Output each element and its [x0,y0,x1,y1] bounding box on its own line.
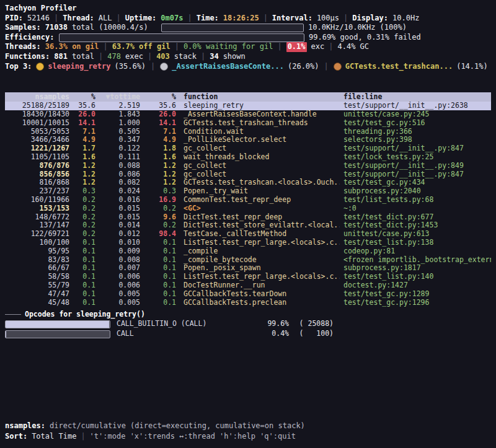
functions-exec: 478 [107,52,121,62]
efficiency-line: Efficiency: 99.69% good, 0.31% failed [5,33,491,43]
threads-waiting: 0.0% waiting for gil [184,42,273,52]
opcode-bar-fill [6,321,109,328]
functions-shown: 34 [210,52,218,62]
divider: | [175,42,179,52]
status-line: PID: 52146 | Thread: ALL | Uptime: 0m07s… [5,14,491,24]
samples-rate: 10.0KHz/10.0KHz (100%) [308,23,407,33]
table-row[interactable]: 1105/1105 1.6 0.111 1.6 wait_threads_blo… [5,153,491,162]
table-row[interactable]: 3466/3466 4.9 0.347 4.9 _PollLikeSelecto… [5,136,491,144]
opcode-body: CALL_BUILTIN_O (CALL) 99.6% ( 25088) CAL… [5,319,491,339]
opcode-count: ( 100) [289,329,334,339]
opcode-bar [5,320,110,328]
uptime-label: Uptime: [125,14,157,24]
samples-group: Samples: 71038 total (10000.4/s) [5,23,157,33]
opcode-pct: 0.4% [259,329,289,339]
divider: | [117,14,121,24]
table-row[interactable]: 83/83 0.1 0.008 0.1 _compile_bytecode <f… [5,256,491,265]
table-row[interactable]: 816/868 1.2 0.082 1.2 GCTests.test_trash… [5,178,491,187]
table-row[interactable]: 148/6772 0.2 0.015 9.6 DictTest.test_rep… [5,213,491,222]
legend-line: nsamples: direct/cumulative (direct=exec… [5,421,491,432]
table-row[interactable]: 153/153 0.2 0.015 0.2 <GC> ~:0 [5,204,491,213]
time-label: Time: [197,14,219,24]
time-value: 18:26:25 [223,14,259,24]
top-function-name: _AssertRaisesBaseConte... [172,62,284,72]
table-row[interactable]: 55/79 0.1 0.006 0.1 DocTestRunner.__run … [5,281,491,290]
legend-label: nsamples: [5,421,45,431]
opcode-row: CALL_BUILTIN_O (CALL) 99.6% ( 25088) [5,319,491,329]
table-row[interactable]: 47/47 0.1 0.005 0.1 GCCallbackTests.tear… [5,290,491,299]
table-row[interactable]: 58/58 0.1 0.006 0.1 ListTest.test_repr_l… [5,273,491,281]
divider: | [148,52,152,62]
opcode-bar-fill [6,331,6,338]
opcode-name: CALL_BUILTIN_O (CALL) [110,319,259,329]
sort-value[interactable]: Total Time [32,432,76,442]
efficiency-text: 99.69% good, 0.31% failed [309,33,421,43]
threads-gc: 4.4% GC [337,42,369,52]
pid-label: PID: [5,14,23,24]
header-file-line[interactable]: file:line [340,92,491,102]
functions-shown-label: shown [223,52,246,62]
table-row[interactable]: 1221/1267 1.7 0.122 1.8 gc_collect test/… [5,144,491,153]
table-row[interactable]: 856/856 1.2 0.086 1.2 gc_collect test/su… [5,170,491,179]
divider: | [201,52,205,62]
table-row[interactable]: 18430/18430 26.0 1.843 26.0 _AssertRaise… [5,110,491,119]
cell-cumulative-pct: 0.1 [140,298,176,308]
divider: | [329,42,333,52]
header-nsamples[interactable]: nsamples [5,92,69,102]
cell-tottime: 0.005 [95,298,140,308]
table-row[interactable]: 160/11966 0.2 0.016 16.9 CommonTest.test… [5,196,491,204]
header-tottime-sorted[interactable]: ▼tottime [95,92,140,102]
table-row[interactable]: 95/95 0.1 0.009 0.1 _compile codeop.py:8… [5,247,491,256]
top-function-name: GCTests.test_trashcan... [345,62,453,72]
samples-total-suffix: total (10000.4/s) [72,23,148,33]
samples-label: Samples: [5,23,41,33]
medal-icon [334,63,342,71]
table-row[interactable]: 237/237 0.3 0.024 0.3 Popen._try_wait su… [5,187,491,196]
medal-icon [36,63,44,71]
efficiency-bar [59,33,304,42]
medal-icon [160,63,168,71]
sort-label: Sort: [5,432,27,442]
top3-label: Top 3: [5,62,32,72]
cell-nsamples: 45/48 [5,298,69,308]
interval-value: 100μs [317,14,339,24]
title-line: Tachyon Profiler [5,4,491,14]
top3-items: sleeping_retry (35.6%) | _AssertRaisesBa… [36,62,487,72]
opcode-row: CALL 0.4% ( 100) [5,329,491,339]
table-header: nsamples % ▼tottime % function file:line [5,92,491,102]
threads-line: Threads: 36.3% on gil | 63.7% off gil | … [5,42,491,52]
samples-total: 71038 [45,23,68,33]
samples-line: Samples: 71038 total (10000.4/s) 10.0KHz… [5,23,491,33]
opcodes-section: Opcodes for sleeping_retry() CALL_BUILTI… [5,310,491,339]
opcode-count: ( 25088) [289,319,334,329]
table-row[interactable]: 66/67 0.1 0.007 0.1 Popen._posix_spawn s… [5,264,491,273]
cell-direct-pct: 0.1 [69,298,95,308]
table-row[interactable]: 45/48 0.1 0.005 0.1 GCCallbackTests.prec… [5,298,491,307]
functions-exec-label: exec [125,52,143,62]
top-function-pct: (26.0%) [288,62,319,72]
functions-total-label: total [72,52,94,62]
footer: nsamples: direct/cumulative (direct=exec… [5,421,491,442]
display-label: Display: [352,14,388,24]
functions-stack: 403 [156,52,170,62]
pid-value: 52146 [27,14,50,24]
opcodes-title: Opcodes for sleeping_retry() [25,310,145,320]
thread-value[interactable]: ALL [99,14,112,24]
header-cumulative-pct[interactable]: % [140,92,176,102]
table-row[interactable]: 5053/5053 7.1 0.505 7.1 Condition.wait t… [5,128,491,136]
legend-text: direct/cumulative (direct=executing, cum… [50,421,305,431]
thread-label: Thread: [63,14,94,24]
header-direct-pct[interactable]: % [69,92,95,102]
uptime-value: 0m07s [161,14,183,24]
table-row[interactable]: 10001/10015 14.1 1.000 14.1 GCTests.test… [5,119,491,128]
top-function-pct: (14.1%) [456,62,488,72]
profiler-screen: Tachyon Profiler PID: 52146 | Thread: AL… [0,0,496,448]
header-function[interactable]: function [176,92,340,102]
table-row[interactable]: 100/100 0.1 0.010 0.1 ListTest.test_repr… [5,239,491,247]
table-row[interactable]: 137/147 0.2 0.014 0.2 DictTest.test_stor… [5,221,491,230]
table-row[interactable]: 876/876 1.2 0.088 1.2 gc_collect test/su… [5,162,491,170]
opcode-pct: 99.6% [259,319,289,329]
table-row[interactable]: 122/69721 0.2 0.012 98.4 TestCase._callT… [5,230,491,239]
table-row[interactable]: 25188/25189 35.6 2.519 35.6 sleeping_ret… [5,102,491,110]
divider: | [277,42,281,52]
